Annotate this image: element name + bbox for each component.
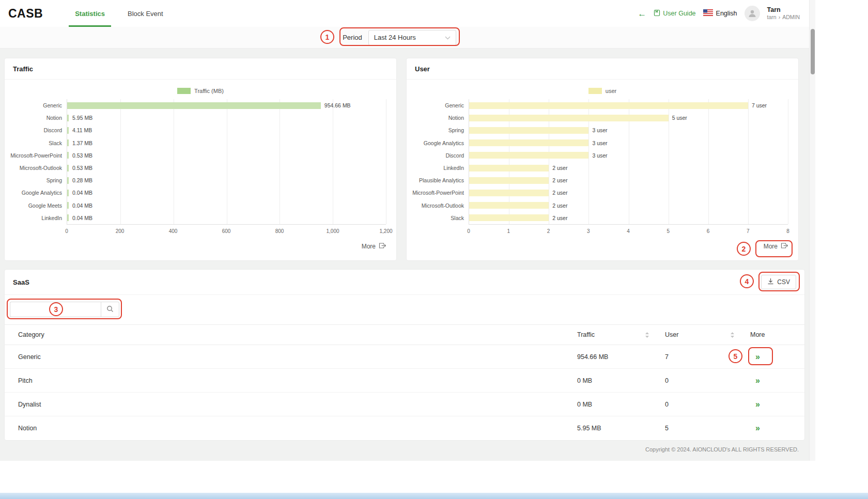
bar-value-label: 0.04 MB [72,202,92,209]
charts-row: Traffic Traffic (MB) GenericNotionDiscor… [0,49,809,261]
category-label: Slack [411,212,469,224]
saas-table: CategoryTrafficUserMore Generic954.66 MB… [5,324,804,440]
saas-header: SaaS CSV [5,270,804,295]
period-bar: Period Last 24 Hours [0,27,809,49]
x-tick-label: 0 [467,228,470,234]
x-tick-label: 2 [547,228,550,234]
user-legend-swatch [588,88,602,94]
bar-value-label: 5.95 MB [72,115,92,121]
category-cell: Dynalist [18,401,577,408]
bar-value-label: 7 user [752,102,767,108]
sort-icon[interactable] [645,332,649,338]
user-guide-link[interactable]: User Guide [654,9,695,18]
tab-statistics[interactable]: Statistics [64,0,116,27]
category-label: Google Meets [9,199,67,212]
book-icon [654,9,660,18]
row-more-button[interactable]: » [755,424,760,432]
category-label: Generic [9,99,67,112]
more-cell: » [750,400,804,409]
casb-app: CASB Statistics Block Event ← User Guide… [0,0,809,461]
category-cell: Notion [18,425,577,432]
table-row: Pitch0 MB0» [5,369,804,393]
main-tabs: Statistics Block Event [64,0,174,27]
traffic-cell: 0 MB [577,377,665,384]
top-header: CASB Statistics Block Event ← User Guide… [0,0,809,27]
bar-value-label: 2 user [552,177,567,183]
search-button[interactable] [101,302,119,317]
traffic-category-labels: GenericNotionDiscordSlackMicrosoft-Power… [9,99,67,225]
user-cell: 0 [665,401,750,408]
bar-value-label: 2 user [552,202,567,209]
period-label: Period [343,34,362,41]
traffic-chart: GenericNotionDiscordSlackMicrosoft-Power… [5,99,396,236]
column-header-label: More [750,331,765,338]
back-arrow-icon[interactable]: ← [638,9,646,18]
language-label: English [716,10,737,17]
csv-button[interactable]: CSV [761,275,796,289]
user-breadcrumb: tarn › ADMIN [767,14,800,21]
user-x-axis: 012345678 [469,226,788,236]
bar [67,177,69,184]
bar [67,152,69,159]
traffic-more-link[interactable]: More [362,242,386,251]
bar-row: 0.04 MB [67,186,386,199]
user-legend-label: user [606,88,616,94]
footer-copyright: Copyright © 2024. AIONCLOUD's ALL RIGHTS… [0,441,809,453]
table-row: Dynalist0 MB0» [5,393,804,416]
x-tick-label: 1 [507,228,510,234]
category-label: Generic [411,99,469,112]
period-selected-value: Last 24 Hours [374,34,416,41]
language-selector[interactable]: English [703,9,737,18]
scrollbar-thumb[interactable] [811,29,815,74]
category-cell: Pitch [18,377,577,384]
traffic-card-title: Traffic [5,58,396,80]
sort-icon[interactable] [730,332,735,338]
avatar[interactable] [745,6,760,21]
table-row: Generic954.66 MB7» [5,345,804,369]
category-label: Notion [411,112,469,124]
category-label: Microsoft-Outlook [411,199,469,212]
category-label: Spring [411,124,469,136]
row-more-button[interactable]: » [755,400,760,409]
column-header-user[interactable]: User [665,331,750,338]
user-category-labels: GenericNotionSpringGoogle AnalyticsDisco… [411,99,469,225]
bar-value-label: 0.28 MB [72,177,92,183]
export-icon [781,242,788,251]
tab-block-event-label: Block Event [128,10,163,18]
search-row [5,295,804,324]
bar-row: 3 user [469,137,788,149]
more-label: More [764,243,778,250]
row-more-button[interactable]: » [755,352,760,361]
period-select[interactable]: Last 24 Hours [368,30,456,45]
category-label: Google Analytics [9,186,67,199]
x-tick-label: 1,000 [326,228,339,234]
export-icon [379,242,386,251]
user-legend: user [407,88,798,94]
row-more-button[interactable]: » [755,376,760,385]
x-tick-label: 0 [65,228,68,234]
bar-row: 5.95 MB [67,112,386,124]
user-more-link[interactable]: More [764,242,788,251]
bar [469,165,549,171]
tab-block-event[interactable]: Block Event [116,0,175,27]
vertical-scrollbar[interactable] [809,0,815,461]
bar-value-label: 4.11 MB [72,127,92,133]
traffic-cell: 0 MB [577,401,665,408]
bar [469,214,549,221]
bar-row: 4.11 MB [67,124,386,136]
user-cell: 5 [665,425,750,432]
annotation-circle-5: 5 [729,349,742,363]
column-header-traffic[interactable]: Traffic [577,331,665,338]
user-menu[interactable]: Tarn tarn › ADMIN [767,6,800,21]
x-tick-label: 200 [116,228,125,234]
x-tick-label: 400 [169,228,178,234]
bar [469,190,549,196]
period-group: Period Last 24 Hours [343,30,456,45]
category-label: Discord [9,124,67,136]
traffic-cell: 5.95 MB [577,425,665,432]
bar-value-label: 3 user [592,127,607,133]
chevron-right-icon: › [779,14,781,21]
traffic-card-footer: More [5,236,396,257]
table-body: Generic954.66 MB7»Pitch0 MB0»Dynalist0 M… [5,345,804,440]
category-label: Plausible Analytics [411,174,469,186]
